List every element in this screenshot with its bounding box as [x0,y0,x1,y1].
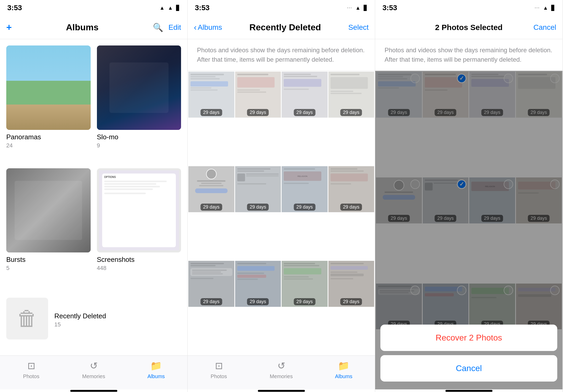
action-sheet: Recover 2 Photos Cancel [375,325,562,389]
days-badge-4: 29 days [340,109,362,116]
edit-button[interactable]: Edit [169,23,181,32]
albums-tab-label: Albums [147,373,165,379]
action-cancel-button[interactable]: Cancel [380,355,557,382]
panel-albums: 3:53 ▲ ▲ ▊ + Albums 🔍 Edit Panoramas 24 [0,0,188,392]
wifi-icon: ▲ [168,5,173,11]
nav-bar-1: + Albums 🔍 Edit [0,16,187,39]
selection-title: 2 Photos Selected [435,23,502,32]
home-bar-2 [258,390,305,392]
status-icons-3: ··· ▲ ▊ [535,5,555,11]
deleted-photo-5[interactable]: 29 days [188,166,234,212]
panel-selection: 3:53 ··· ▲ ▊ 2 Photos Selected Cancel Ph… [375,0,563,392]
days-badge-11: 29 days [294,298,315,305]
album-panoramas[interactable]: Panoramas 24 [6,45,91,162]
slomo-count: 9 [97,142,181,149]
tab-albums-2[interactable]: 📁 Albums [312,360,375,379]
album-slomo[interactable]: Slo-mo 9 [97,45,181,162]
deleted-photo-12[interactable]: 29 days [328,261,374,307]
wifi-icon-3: ▲ [543,5,548,11]
home-indicator-3 [375,389,562,392]
recover-button[interactable]: Recover 2 Photos [380,325,557,351]
tab-memories-1[interactable]: ↺ Memories [62,360,125,379]
photos-tab-icon-2: ⊡ [215,360,223,371]
cancel-button-3[interactable]: Cancel [525,23,556,32]
wifi-icon-2: ▲ [355,5,361,11]
battery-icon: ▊ [176,5,180,11]
album-screenshots[interactable]: OPTIONS Screenshots 448 [97,168,181,285]
status-icons-2: ··· ▲ ▊ [347,5,368,11]
action-cancel-label: Cancel [456,364,482,373]
deletion-notice-2: Photos and videos show the days remainin… [188,39,375,71]
bursts-thumb [6,168,91,253]
memories-tab-label-2: Memories [270,373,293,379]
recently-deleted-name: Recently Deleted [54,312,106,320]
deleted-photo-1[interactable]: 29 days [188,72,234,118]
recently-deleted-count: 15 [54,321,106,328]
deleted-photo-8[interactable]: 29 days [328,166,374,212]
albums-tab-icon-2: 📁 [338,360,350,371]
photos-tab-label: Photos [23,373,39,379]
home-bar-3 [445,390,492,392]
recently-deleted-title: Recently Deleted [249,22,321,32]
tab-memories-2[interactable]: ↺ Memories [250,360,312,379]
photos-tab-label-2: Photos [211,373,227,379]
days-badge-10: 29 days [247,298,269,305]
tab-photos-2[interactable]: ⊡ Photos [188,360,250,379]
trash-icon: 🗑 [17,307,38,331]
back-label-2: Albums [198,23,222,32]
back-arrow-2: ‹ [194,22,197,32]
deleted-photo-3[interactable]: 29 days [282,72,328,118]
tab-bar-2: ⊡ Photos ↺ Memories 📁 Albums [188,355,375,389]
deleted-photo-9[interactable]: 29 days [188,261,234,307]
deleted-photo-10[interactable]: 29 days [235,261,281,307]
home-indicator-2 [188,389,375,392]
days-badge-7: 29 days [294,204,315,211]
home-bar-1 [70,390,117,392]
bursts-count: 5 [6,265,91,272]
battery-icon-3: ▊ [551,5,555,11]
home-indicator-1 [0,389,187,392]
panoramas-count: 24 [6,142,91,149]
deleted-photo-11[interactable]: 29 days [282,261,328,307]
panoramas-name: Panoramas [6,133,91,141]
status-bar-1: 3:53 ▲ ▲ ▊ [0,0,187,16]
album-bursts[interactable]: Bursts 5 [6,168,91,285]
screenshots-count: 448 [97,265,181,272]
deleted-photo-7[interactable]: RELIGION 29 days [282,166,328,212]
days-badge-9: 29 days [200,298,222,305]
days-badge-8: 29 days [340,204,362,211]
tab-bar-1: ⊡ Photos ↺ Memories 📁 Albums [0,355,187,389]
select-button-2[interactable]: Select [348,23,369,32]
status-time-3: 3:53 [382,4,397,12]
recover-label: Recover 2 Photos [436,333,502,342]
deleted-photo-2[interactable]: 29 days [235,72,281,118]
bursts-name: Bursts [6,256,91,264]
status-time-2: 3:53 [195,4,210,12]
memories-tab-icon-2: ↺ [277,360,285,371]
deleted-photo-6[interactable]: 29 days [235,166,281,212]
days-badge-6: 29 days [247,204,269,211]
slomo-thumb [97,45,181,130]
tab-albums-1[interactable]: 📁 Albums [125,360,187,379]
nav-bar-3: 2 Photos Selected Cancel [375,16,562,39]
deleted-photo-4[interactable]: 29 days [328,72,374,118]
search-button[interactable]: 🔍 [153,22,163,32]
screenshots-name: Screenshots [97,256,181,264]
slomo-name: Slo-mo [97,133,181,141]
add-button[interactable]: + [6,22,12,33]
days-badge-1: 29 days [200,109,222,116]
albums-tab-label-2: Albums [335,373,352,379]
days-badge-2: 29 days [247,109,269,116]
recently-deleted-thumb: 🗑 [6,298,48,339]
tab-photos-1[interactable]: ⊡ Photos [0,360,62,379]
location-icon: ▲ [159,5,165,11]
status-icons-1: ▲ ▲ ▊ [159,5,180,11]
album-recently-deleted[interactable]: 🗑 Recently Deleted 15 [6,291,181,349]
albums-grid: Panoramas 24 Slo-mo 9 Bursts 5 [0,39,187,355]
status-bar-3: 3:53 ··· ▲ ▊ [375,0,562,16]
nav-bar-2: ‹ Albums Recently Deleted Select [188,16,375,39]
days-badge-5: 29 days [200,204,222,211]
back-button-2[interactable]: ‹ Albums [194,22,222,32]
dots-icon-3: ··· [535,5,540,10]
panel-recently-deleted: 3:53 ··· ▲ ▊ ‹ Albums Recently Deleted S… [188,0,375,392]
